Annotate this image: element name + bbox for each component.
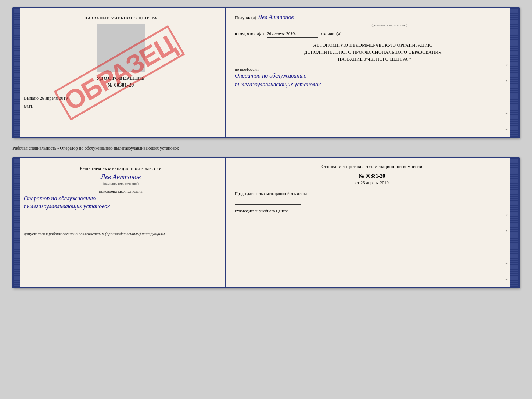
protocol-date: от 26 апреля 2019 [235, 180, 509, 186]
school-name-center: НАЗВАНИЕ УЧЕБНОГО ЦЕНТРА [338, 57, 408, 62]
komissia-fio-hint: (фамилия, имя, отчество) [24, 182, 218, 185]
org-line2: ДОПОЛНИТЕЛЬНОГО ПРОФЕССИОНАЛЬНОГО ОБРАЗО… [235, 49, 511, 56]
right-spine-bottom [510, 158, 518, 287]
poluchil-line: Получил(а) Лев Антпонов – [235, 14, 511, 21]
page-container: НАЗВАНИЕ УЧЕБНОГО ЦЕНТРА УДОСТОВЕРЕНИЕ №… [12, 7, 520, 288]
org-block: АВТОНОМНУЮ НЕКОММЕРЧЕСКУЮ ОРГАНИЗАЦИЮ ДО… [235, 42, 511, 63]
top-doc-right: Получил(а) Лев Антпонов – (фамилия, имя,… [226, 8, 518, 137]
dopuskaetsya-text: работе согласно должностным (производств… [49, 231, 165, 236]
udostoverenie-block: УДОСТОВЕРЕНИЕ № 00381-20 [24, 75, 218, 88]
protocol-date-value: 26 апреля 2019 [360, 180, 388, 185]
stamp-placeholder [97, 24, 145, 72]
org-line1: АВТОНОМНУЮ НЕКОММЕРЧЕСКУЮ ОРГАНИЗАЦИЮ [235, 42, 511, 49]
chairman-block: Председатель экзаменационной комиссии [235, 191, 509, 196]
resheniem-label: Решением экзаменационной комиссии [80, 166, 162, 171]
osnovanie-label: Основание: протокол экзаменационной коми… [321, 164, 422, 169]
separator-text: Рабочая специальность - Оператор по обсл… [12, 143, 520, 153]
quote-close: " [409, 57, 411, 62]
bottom-doc-right: Основание: протокол экзаменационной коми… [226, 158, 518, 287]
poluchil-label: Получил(а) [235, 15, 256, 21]
profession-line1: Оператор по обслуживанию [235, 72, 511, 80]
school-name-header: НАЗВАНИЕ УЧЕБНОГО ЦЕНТРА [24, 16, 218, 20]
komissia-person-name: Лев Антпонов [24, 173, 218, 181]
vtom-line: в том, что он(а) 26 апреля 2019г. окончи… [235, 31, 511, 38]
dopuskaetsya-label: допускается к [24, 231, 48, 236]
resheniem-block: Решением экзаменационной комиссии [24, 166, 218, 171]
completion-date: 26 апреля 2019г. [267, 31, 318, 38]
vydano-line: Выдано 26 апреля 2019 [24, 96, 218, 101]
org-school-name: " НАЗВАНИЕ УЧЕБНОГО ЦЕНТРА " [235, 56, 511, 63]
chairman-label: Председатель экзаменационной комиссии [235, 191, 307, 196]
kval-line2: пылегазоулавливающих установок [24, 203, 218, 210]
top-doc-left: НАЗВАНИЕ УЧЕБНОГО ЦЕНТРА УДОСТОВЕРЕНИЕ №… [14, 8, 226, 137]
rukovoditel-signature-line [235, 215, 301, 222]
rukovoditel-label: Руководитель учебного Центра [235, 209, 288, 213]
mp-line: М.П. [24, 104, 218, 110]
okonchil-label: окончил(а) [321, 31, 341, 37]
poluchil-name: Лев Антпонов [258, 14, 507, 21]
profession-line2: пылегазоулавливающих установок [235, 81, 511, 89]
signature-line-2 [24, 221, 218, 228]
bottom-doc-left: Решением экзаменационной комиссии Лев Ан… [14, 158, 226, 287]
signature-line-1 [24, 211, 218, 218]
vydano-date: 26 апреля 2019 [40, 96, 68, 101]
osnovanie-block: Основание: протокол экзаменационной коми… [235, 164, 509, 170]
protocol-number: № 00381-20 [235, 173, 509, 179]
fio-hint-top: (фамилия, имя, отчество) [235, 23, 511, 27]
rukovoditel-block: Руководитель учебного Центра [235, 209, 509, 213]
right-spine-top [510, 8, 518, 137]
kval-line1: Оператор по обслуживанию [24, 195, 218, 202]
bottom-document: Решением экзаменационной комиссии Лев Ан… [12, 157, 520, 288]
dopuskaetsya-block: допускается к работе согласно должностны… [24, 231, 218, 236]
signature-line-3 [24, 239, 218, 246]
vtom-label: в том, что он(а) [235, 31, 264, 37]
chairman-signature-line [235, 197, 301, 205]
vydano-label: Выдано [24, 96, 39, 101]
quote-open: " [335, 57, 337, 62]
udostoverenie-title: УДОСТОВЕРЕНИЕ [24, 75, 218, 81]
top-document: НАЗВАНИЕ УЧЕБНОГО ЦЕНТРА УДОСТОВЕРЕНИЕ №… [12, 7, 520, 138]
udostoverenie-number: № 00381-20 [24, 82, 218, 88]
po-professii-label: по профессии [235, 67, 511, 71]
ot-label: от [355, 180, 359, 185]
prisvoena-label: присвоена квалификация [24, 189, 218, 193]
